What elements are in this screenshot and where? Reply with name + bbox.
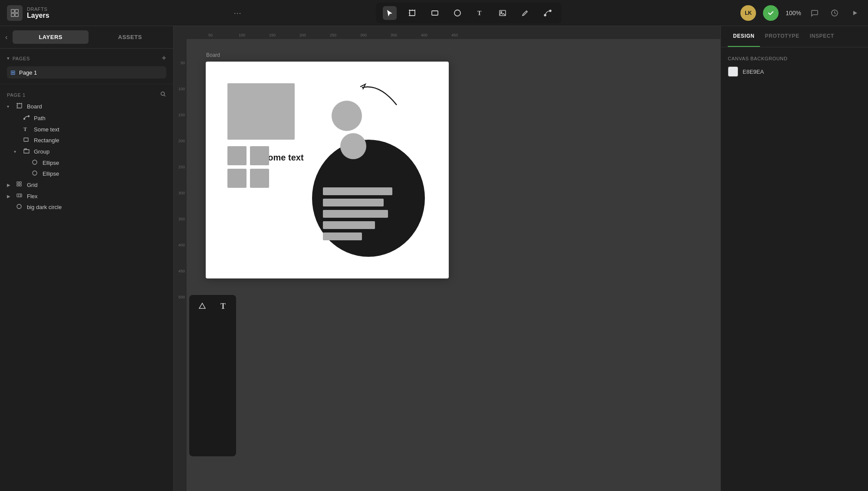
layer-ellipse-2[interactable]: Ellipse (0, 168, 173, 179)
layer-flex[interactable]: ▶ Flex (0, 190, 173, 202)
layer-board[interactable]: ▾ Board (0, 101, 173, 112)
comment-button[interactable] (808, 7, 821, 20)
search-layers-button[interactable] (160, 91, 166, 99)
chevron-down-icon: ▾ (7, 56, 10, 61)
canvas-stripes (323, 187, 401, 240)
text-tool-button[interactable]: T (473, 6, 487, 20)
history-button[interactable] (828, 7, 841, 20)
stripe-2 (323, 199, 384, 206)
right-panel-tabs: DESIGN PROTOTYPE INSPECT (721, 26, 868, 47)
layers-section: PAGE 1 ▾ Board (0, 84, 173, 491)
tab-inspect[interactable]: INSPECT (805, 26, 839, 47)
folder-icon (23, 148, 31, 155)
expand-flex-toggle[interactable]: ▶ (7, 194, 14, 199)
tab-layers[interactable]: LAYERS (13, 30, 89, 44)
svg-rect-4 (410, 10, 415, 16)
canvas-color-swatch[interactable] (728, 66, 738, 77)
svg-rect-3 (15, 13, 18, 16)
stripe-3 (323, 210, 388, 218)
layer-path-name: Path (34, 115, 46, 121)
tab-design[interactable]: DESIGN (728, 26, 760, 47)
rectangle-tool-button[interactable] (428, 6, 442, 20)
layers-page-label: PAGE 1 (7, 92, 26, 98)
grid-cell-2 (250, 146, 269, 165)
tab-prototype[interactable]: PROTOTYPE (760, 26, 805, 47)
grid-layer-icon (16, 181, 24, 188)
svg-rect-34 (17, 184, 19, 186)
frame-tool-button[interactable] (405, 6, 419, 20)
svg-rect-32 (17, 182, 19, 183)
layer-ellipse-1[interactable]: Ellipse (0, 157, 173, 168)
canvas-content: Board Some text (187, 39, 720, 491)
svg-point-16 (544, 14, 546, 16)
svg-rect-2 (11, 13, 14, 16)
ruler-v-400: 400 (178, 243, 185, 247)
layer-big-dark-circle[interactable]: big dark circle (0, 202, 173, 213)
svg-rect-29 (24, 138, 28, 141)
pages-label: ▾ PAGES (7, 56, 30, 61)
layer-big-dark-circle-name: big dark circle (27, 204, 62, 210)
page-1-item[interactable]: ⊞ Page 1 (7, 66, 166, 79)
layer-rectangle[interactable]: Rectangle (0, 135, 173, 146)
svg-text:T: T (477, 10, 482, 16)
ruler-v-450: 450 (178, 269, 185, 273)
stripe-1 (323, 187, 392, 195)
zoom-level[interactable]: 100% (786, 10, 801, 16)
ruler-v-150: 150 (178, 113, 185, 117)
ruler-h-300: 300 (360, 33, 367, 37)
avatar: LK (740, 5, 756, 21)
rectangle-layer-icon (23, 137, 31, 144)
page-icon: ⊞ (10, 69, 16, 76)
svg-rect-33 (20, 182, 21, 183)
canvas-area[interactable]: 50 100 150 200 250 300 350 400 450 50 10… (174, 26, 720, 491)
header-left: DRAFTS Layers ⋯ (7, 5, 241, 21)
path-tool-button[interactable] (541, 6, 555, 20)
ruler-h-450: 450 (451, 33, 458, 37)
svg-point-39 (17, 204, 21, 209)
image-tool-button[interactable] (496, 6, 510, 20)
header-menu-button[interactable]: ⋯ (233, 8, 241, 18)
layers-label: Layers (27, 12, 49, 20)
app-logo (7, 5, 23, 21)
layer-rectangle-name: Rectangle (34, 137, 59, 144)
expand-board-toggle[interactable]: ▾ (7, 104, 14, 109)
ruler-h-250: 250 (330, 33, 336, 37)
drafts-label: DRAFTS (27, 7, 49, 12)
ruler-h-200: 200 (299, 33, 306, 37)
grid-cell-4 (250, 169, 269, 188)
layer-grid-name: Grid (27, 182, 38, 188)
layer-grid[interactable]: ▶ Grid (0, 179, 173, 190)
canvas-arrow (358, 79, 410, 124)
ruler-h-100: 100 (239, 33, 245, 37)
stripe-4 (323, 221, 375, 229)
pen-tool-button[interactable] (518, 6, 532, 20)
tab-assets[interactable]: ASSETS (92, 30, 168, 44)
layer-group[interactable]: ▾ Group (0, 146, 173, 157)
mini-toolbar: T (189, 295, 236, 456)
canvas-small-circle (340, 133, 366, 159)
ruler-vertical: 50 100 150 200 250 300 350 400 450 500 (174, 39, 187, 491)
canvas-frame[interactable]: Some text (206, 62, 449, 278)
right-panel: DESIGN PROTOTYPE INSPECT CANVAS BACKGROU… (720, 26, 868, 491)
select-tool-button[interactable] (383, 6, 397, 20)
ellipse-tool-button[interactable] (450, 6, 464, 20)
mini-text-button[interactable]: T (215, 298, 231, 314)
frame-label: Board (206, 52, 220, 58)
back-button[interactable]: ‹ (5, 33, 7, 41)
add-page-button[interactable]: + (161, 54, 166, 63)
svg-point-31 (33, 171, 37, 175)
layer-some-text[interactable]: T Some text (0, 124, 173, 135)
play-button[interactable] (848, 7, 861, 20)
canvas-rectangle (227, 83, 295, 140)
layer-path[interactable]: Path (0, 112, 173, 124)
layer-ellipse-2-name: Ellipse (43, 170, 59, 177)
svg-point-30 (33, 160, 37, 164)
expand-group-toggle[interactable]: ▾ (14, 149, 21, 154)
canvas-background-color-row: E8E9EA (728, 66, 861, 77)
mini-shape-button[interactable] (194, 298, 210, 314)
layer-ellipse-1-name: Ellipse (43, 160, 59, 166)
expand-grid-toggle[interactable]: ▶ (7, 183, 14, 187)
header-right: LK 100% (696, 5, 861, 21)
svg-rect-11 (432, 11, 438, 15)
ruler-h-400: 400 (421, 33, 427, 37)
